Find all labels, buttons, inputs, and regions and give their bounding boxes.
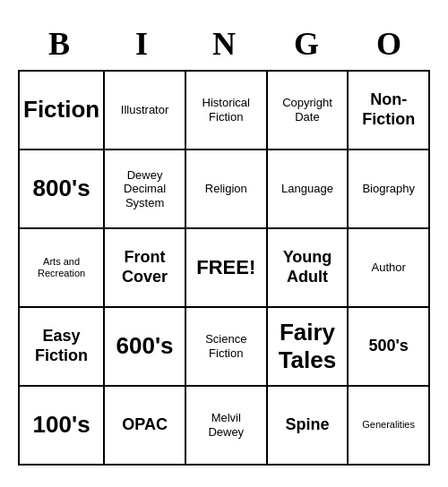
cell-r4-c2: MelvilDewey xyxy=(186,387,268,466)
cell-r3-c1: 600's xyxy=(105,308,186,387)
cell-r1-c1: DeweyDecimalSystem xyxy=(105,150,186,229)
header-letter: G xyxy=(265,21,348,66)
header-letter: B xyxy=(18,21,100,66)
cell-r2-c0: Arts andRecreation xyxy=(20,229,105,308)
cell-r1-c4: Biography xyxy=(349,150,430,229)
cell-r0-c1: Illustrator xyxy=(105,72,186,150)
cell-r4-c0: 100's xyxy=(20,387,105,466)
cell-r0-c3: CopyrightDate xyxy=(268,72,349,150)
header-letter: O xyxy=(348,21,430,66)
cell-r0-c2: HistoricalFiction xyxy=(186,72,268,150)
header-letter: I xyxy=(100,21,183,66)
cell-r3-c4: 500's xyxy=(349,308,430,387)
bingo-card: BINGO FictionIllustratorHistoricalFictio… xyxy=(9,13,439,474)
cell-r0-c4: Non-Fiction xyxy=(349,72,430,150)
cell-r3-c3: FairyTales xyxy=(268,308,349,387)
cell-r1-c3: Language xyxy=(268,150,349,229)
cell-r4-c4: Generalities xyxy=(349,387,430,466)
cell-r0-c0: Fiction xyxy=(20,72,105,150)
cell-r1-c2: Religion xyxy=(186,150,268,229)
cell-r3-c2: ScienceFiction xyxy=(186,308,268,387)
cell-r2-c4: Author xyxy=(349,229,430,308)
cell-r2-c2: FREE! xyxy=(186,229,268,308)
header-letter: N xyxy=(183,21,265,66)
cell-r4-c3: Spine xyxy=(268,387,349,466)
cell-r3-c0: EasyFiction xyxy=(20,308,105,387)
cell-r2-c3: YoungAdult xyxy=(268,229,349,308)
bingo-header: BINGO xyxy=(18,21,430,66)
bingo-grid: FictionIllustratorHistoricalFictionCopyr… xyxy=(18,70,430,466)
cell-r4-c1: OPAC xyxy=(105,387,186,466)
cell-r2-c1: FrontCover xyxy=(105,229,186,308)
cell-r1-c0: 800's xyxy=(20,150,105,229)
